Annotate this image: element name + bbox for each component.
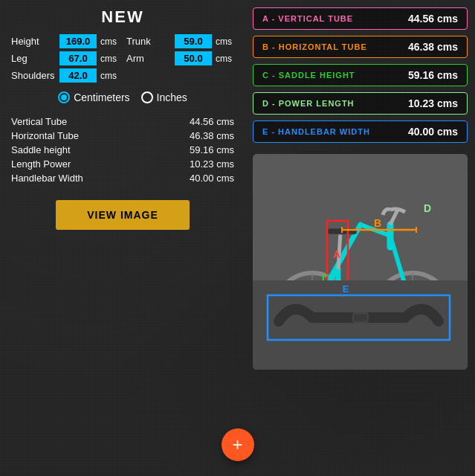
badge-d-label: D - POWER LENGTH	[262, 99, 355, 108]
badge-c: C - SADDLE HEIGHT 59.16 cms	[253, 64, 468, 86]
measurement-row-shoulders: Shoulders cms	[11, 68, 119, 83]
badge-b: B - HORIZONTAL TUBE 46.38 cms	[253, 36, 468, 58]
arm-input[interactable]	[175, 51, 212, 65]
badge-e-value: 40.00 cms	[408, 126, 458, 138]
svg-text:E: E	[343, 283, 349, 295]
left-panel: NEW Height cms Trunk cms Leg cms Arm cms…	[0, 0, 245, 476]
svg-text:D: D	[424, 202, 431, 214]
result-label-1: Horizontal Tube	[11, 130, 79, 141]
trunk-unit: cms	[216, 36, 232, 47]
badge-list: A - VERTICAL TUBE 44.56 cms B - HORIZONT…	[253, 7, 468, 143]
result-row-2: Saddle height 59.16 cms	[11, 143, 234, 157]
shoulders-input[interactable]	[59, 68, 97, 83]
badge-c-label: C - SADDLE HEIGHT	[262, 71, 355, 80]
leg-input[interactable]	[59, 51, 97, 65]
badge-a: A - VERTICAL TUBE 44.56 cms	[253, 7, 468, 30]
result-row-1: Horizontal Tube 46.38 cms	[11, 129, 234, 143]
trunk-input[interactable]	[175, 34, 212, 48]
inches-radio[interactable]	[141, 91, 153, 103]
right-panel: A - VERTICAL TUBE 44.56 cms B - HORIZONT…	[245, 0, 475, 476]
svg-text:A: A	[333, 248, 340, 260]
badge-d-value: 10.23 cms	[408, 97, 458, 109]
results-table: Vertical Tube 44.56 cms Horizontal Tube …	[11, 115, 234, 185]
height-label: Height	[11, 36, 56, 47]
view-image-button[interactable]: VIEW IMAGE	[56, 200, 190, 230]
result-row-3: Length Power 10.23 cms	[11, 157, 234, 171]
measurements-grid: Height cms Trunk cms Leg cms Arm cms Sho…	[11, 34, 234, 83]
measurement-row-leg: Leg cms	[11, 51, 119, 65]
result-value-1: 46.38 cms	[190, 130, 234, 141]
centimeters-option[interactable]: Centimeters	[58, 91, 129, 103]
measurement-row-height: Height cms	[11, 34, 119, 48]
inches-label: Inches	[157, 91, 187, 103]
bike-diagram: A B C D E E	[253, 154, 468, 370]
trunk-label: Trunk	[126, 36, 171, 47]
arm-label: Arm	[126, 53, 171, 64]
measurement-row-trunk: Trunk cms	[126, 34, 234, 48]
svg-rect-41	[353, 313, 368, 322]
centimeters-label: Centimeters	[74, 91, 129, 103]
leg-label: Leg	[11, 53, 56, 64]
result-label-4: Handlebar Width	[11, 173, 83, 184]
centimeters-radio[interactable]	[58, 91, 70, 103]
result-label-3: Length Power	[11, 158, 71, 170]
badge-d: D - POWER LENGTH 10.23 cms	[253, 92, 468, 115]
badge-a-label: A - VERTICAL TUBE	[262, 14, 353, 23]
badge-b-label: B - HORIZONTAL TUBE	[262, 42, 367, 51]
result-value-2: 59.16 cms	[190, 144, 234, 155]
result-row-0: Vertical Tube 44.56 cms	[11, 115, 234, 129]
badge-c-value: 59.16 cms	[408, 69, 458, 81]
result-value-4: 40.00 cms	[190, 173, 234, 184]
page-title: NEW	[11, 7, 234, 27]
result-value-0: 44.56 cms	[190, 116, 234, 127]
handlebar-section: E	[253, 280, 468, 370]
result-label-0: Vertical Tube	[11, 116, 67, 127]
measurement-row-arm: Arm cms	[126, 51, 234, 65]
result-label-2: Saddle height	[11, 144, 71, 155]
arm-unit: cms	[216, 54, 232, 64]
badge-e-label: E - HANDLEBAR WIDTH	[262, 127, 370, 136]
unit-toggle: Centimeters Inches	[11, 91, 234, 103]
badge-e: E - HANDLEBAR WIDTH 40.00 cms	[253, 120, 468, 143]
leg-unit: cms	[100, 54, 117, 64]
result-row-4: Handlebar Width 40.00 cms	[11, 171, 234, 185]
inches-option[interactable]: Inches	[141, 91, 187, 103]
height-input[interactable]	[59, 34, 97, 48]
badge-b-value: 46.38 cms	[408, 41, 458, 53]
shoulders-label: Shoulders	[11, 70, 56, 81]
shoulders-unit: cms	[100, 71, 117, 81]
result-value-3: 10.23 cms	[190, 158, 234, 170]
height-unit: cms	[100, 36, 117, 47]
fab-button[interactable]: +	[222, 428, 254, 461]
svg-text:B: B	[374, 217, 381, 229]
badge-a-value: 44.56 cms	[408, 13, 458, 25]
